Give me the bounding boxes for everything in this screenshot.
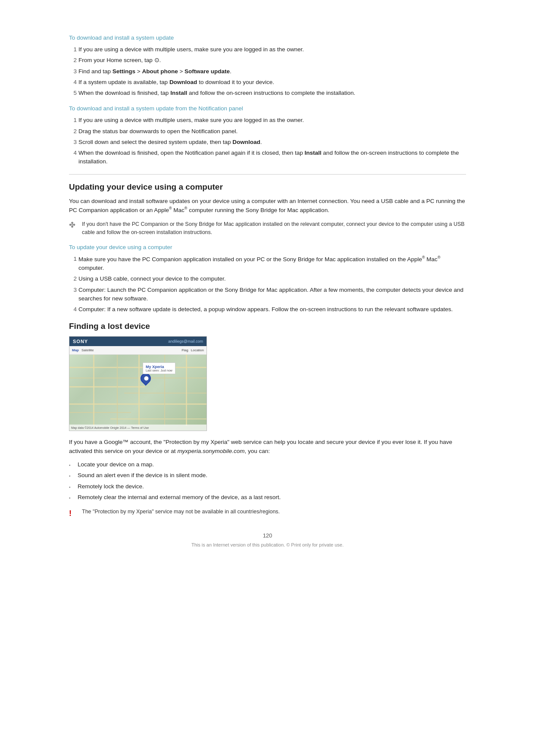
map-road — [69, 386, 145, 387]
section2-heading: To download and install a system update … — [69, 105, 466, 112]
step-content: Computer: If a new software update is de… — [78, 305, 466, 314]
step-content: If you are using a device with multiple … — [78, 116, 466, 125]
warning-icon: ! — [69, 508, 78, 519]
bullet-text: Remotely lock the device. — [78, 482, 144, 491]
step-num: 5 — [69, 89, 78, 97]
map-nav-map: Map — [72, 348, 79, 352]
section-update-computer: Updating your device using a computer Yo… — [69, 174, 466, 314]
warning-box: ! The "Protection by my Xperia" service … — [69, 508, 466, 519]
step-item: 3 Computer: Launch the PC Companion appl… — [69, 286, 466, 303]
step-content: From your Home screen, tap ⊙. — [78, 56, 466, 65]
step-item: 3 Find and tap Settings > About phone > … — [69, 67, 466, 76]
bullet-icon: • — [69, 462, 75, 469]
section3-body: You can download and install software up… — [69, 197, 466, 215]
section4-title: Finding a lost device — [69, 322, 466, 331]
step-item: 4 Computer: If a new software update is … — [69, 305, 466, 314]
map-nav-satellite: Satellite — [81, 348, 94, 352]
step-num: 2 — [69, 275, 78, 283]
step-num: 1 — [69, 116, 78, 125]
step-item: 1 If you are using a device with multipl… — [69, 116, 466, 125]
step-item: 1 Make sure you have the PC Companion ap… — [69, 255, 466, 272]
step-num: 1 — [69, 255, 78, 272]
step-num: 4 — [69, 305, 78, 314]
map-logo: SONY — [73, 339, 88, 344]
step-item: 2 From your Home screen, tap ⊙. — [69, 56, 466, 65]
map-footer: Map data ©2014 Automobile Onigle 2014 — … — [69, 425, 206, 431]
map-nav-location: Location — [191, 348, 204, 352]
step-num: 2 — [69, 56, 78, 65]
warning-text: The "Protection by my Xperia" service ma… — [82, 508, 280, 519]
map-pin-inner — [143, 375, 149, 381]
section4-bullets: • Locate your device on a map. • Sound a… — [69, 460, 466, 502]
page: To download and install a system update … — [0, 0, 535, 756]
step-num: 3 — [69, 67, 78, 76]
map-road — [93, 355, 94, 426]
map-footer-text: Map data ©2014 Automobile Onigle 2014 — … — [71, 426, 149, 429]
bullet-item: • Remotely clear the internal and extern… — [69, 493, 466, 502]
map-road — [110, 419, 206, 419]
step-content: Find and tap Settings > About phone > So… — [78, 67, 466, 76]
step-content: Computer: Launch the PC Companion applic… — [78, 286, 466, 303]
section1-heading: To download and install a system update — [69, 34, 466, 41]
map-info-box: My Xperia Last seen: Just now — [143, 362, 175, 374]
bullet-text: Remotely clear the internal and external… — [78, 493, 281, 502]
bullet-icon: • — [69, 484, 75, 490]
section2-steps: 1 If you are using a device with multipl… — [69, 116, 466, 166]
step-num: 2 — [69, 127, 78, 136]
map-road — [138, 355, 140, 426]
section3-subheading: To update your device using a computer — [69, 244, 466, 250]
section-finding-lost-device: Finding a lost device SONY andiliegs@mai… — [69, 322, 466, 519]
step-item: 4 When the download is finished, open th… — [69, 149, 466, 166]
map-info-title: My Xperia — [146, 365, 172, 369]
map-nav-flag: Flag — [181, 348, 188, 352]
map-road — [117, 355, 118, 426]
bullet-item: • Locate your device on a map. — [69, 460, 466, 469]
bullet-icon: • — [69, 495, 75, 501]
step-content: If you are using a device with multiple … — [78, 45, 466, 54]
bullet-item: • Sound an alert even if the device is i… — [69, 471, 466, 480]
map-road — [124, 393, 206, 394]
step-content: When the download is finished, tap Insta… — [78, 89, 466, 97]
step-content: Using a USB cable, connect your device t… — [78, 275, 466, 283]
map-image: SONY andiliegs@mail.com Map Satellite Fl… — [69, 336, 207, 431]
section-notification-panel: To download and install a system update … — [69, 105, 466, 166]
bullet-text: Locate your device on a map. — [78, 460, 154, 469]
step-num: 4 — [69, 149, 78, 166]
bullet-item: • Remotely lock the device. — [69, 482, 466, 491]
section-download-install: To download and install a system update … — [69, 34, 466, 97]
section3-steps: 1 Make sure you have the PC Companion ap… — [69, 255, 466, 314]
step-num: 3 — [69, 138, 78, 147]
tip-box: ✤ If you don't have the PC Companion or … — [69, 220, 466, 237]
footer-text: This is an Internet version of this publ… — [69, 542, 466, 547]
section3-title: Updating your device using a computer — [69, 174, 466, 192]
step-item: 2 Drag the status bar downwards to open … — [69, 127, 466, 136]
bullet-icon: • — [69, 473, 75, 479]
map-nav-bar: Map Satellite Flag Location — [69, 346, 206, 355]
map-header: SONY andiliegs@mail.com — [69, 337, 206, 346]
step-item: 1 If you are using a device with multipl… — [69, 45, 466, 54]
map-road — [69, 412, 131, 413]
section4-body: If you have a Google™ account, the "Prot… — [69, 438, 466, 456]
step-num: 1 — [69, 45, 78, 54]
step-content: Make sure you have the PC Companion appl… — [78, 255, 466, 272]
map-info-detail: Last seen: Just now — [146, 369, 172, 372]
step-content: Drag the status bar downwards to open th… — [78, 127, 466, 136]
step-item: 2 Using a USB cable, connect your device… — [69, 275, 466, 283]
map-email: andiliegs@mail.com — [168, 339, 203, 344]
map-background: SONY andiliegs@mail.com Map Satellite Fl… — [69, 337, 206, 431]
step-content: When the download is finished, open the … — [78, 149, 466, 166]
section1-steps: 1 If you are using a device with multipl… — [69, 45, 466, 97]
tip-content: If you don't have the PC Companion or th… — [82, 220, 466, 237]
step-num: 3 — [69, 286, 78, 303]
step-item: 3 Scroll down and select the desired sys… — [69, 138, 466, 147]
step-num: 4 — [69, 78, 78, 87]
map-road — [186, 355, 187, 426]
page-number: 120 — [69, 532, 466, 539]
map-pin — [141, 373, 151, 386]
step-item: 4 If a system update is available, tap D… — [69, 78, 466, 87]
bullet-text: Sound an alert even if the device is in … — [78, 471, 207, 480]
step-content: Scroll down and select the desired syste… — [78, 138, 466, 147]
step-content: If a system update is available, tap Dow… — [78, 78, 466, 87]
tip-icon: ✤ — [69, 219, 78, 237]
section4-link: myxperia.sonymobile.com — [177, 448, 244, 454]
